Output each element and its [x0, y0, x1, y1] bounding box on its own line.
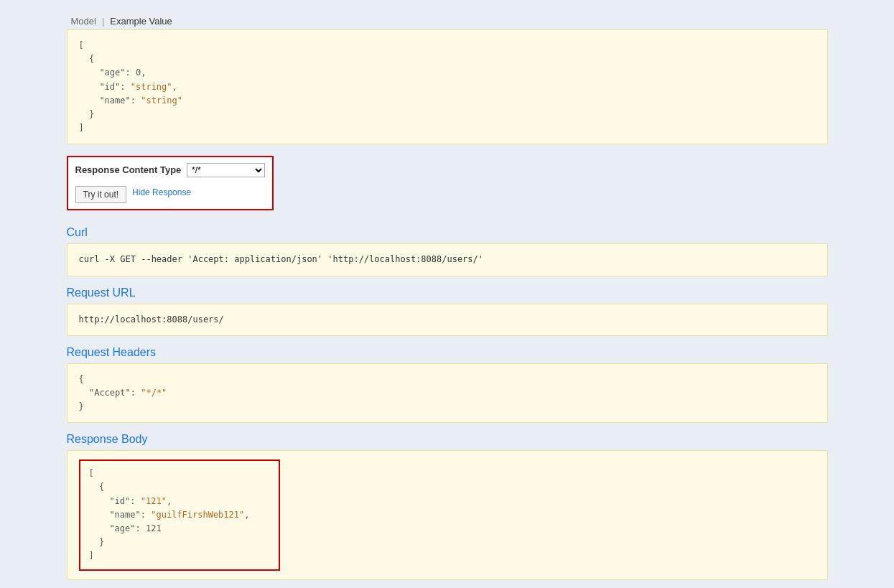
page-container: Model | Example Value [ { "age": 0, "id"…: [52, 0, 842, 588]
response-content-type-label: Response Content Type: [75, 164, 182, 175]
tab-model[interactable]: Model: [67, 14, 101, 28]
response-body-highlighted-block: [ { "id": "121", "name": "guilfFirshWeb1…: [79, 459, 280, 570]
request-headers-heading: Request Headers: [67, 346, 828, 359]
model-tabs: Model | Example Value: [67, 14, 828, 28]
request-url-code: http://localhost:8088/users/: [67, 304, 828, 336]
curl-code: curl -X GET --header 'Accept: applicatio…: [67, 243, 828, 276]
try-it-out-button[interactable]: Try it out!: [75, 186, 127, 203]
tab-example-value[interactable]: Example Value: [106, 14, 176, 28]
request-url-section: Request URL http://localhost:8088/users/: [67, 286, 828, 336]
response-body-section: Response Body [ { "id": "121", "name": "…: [67, 433, 828, 579]
response-body-wrapper: [ { "id": "121", "name": "guilfFirshWeb1…: [67, 450, 828, 579]
curl-section: Curl curl -X GET --header 'Accept: appli…: [67, 226, 828, 276]
request-url-heading: Request URL: [67, 286, 828, 299]
response-content-type-section: Response Content Type */* application/js…: [67, 156, 274, 210]
response-content-type-row: Response Content Type */* application/js…: [75, 163, 265, 177]
request-headers-code: { "Accept": "*/*" }: [67, 363, 828, 424]
content-type-select[interactable]: */* application/json text/plain: [187, 163, 265, 177]
curl-heading: Curl: [67, 226, 828, 239]
response-body-full: [ { "id": "121", "name": "guilfFirshWeb1…: [67, 450, 828, 579]
hide-response-link[interactable]: Hide Response: [132, 187, 191, 197]
response-body-heading: Response Body: [67, 433, 828, 446]
example-value-code: [ { "age": 0, "id": "string", "name": "s…: [67, 29, 828, 144]
try-it-out-row: Try it out! Hide Response: [75, 182, 265, 203]
request-headers-section: Request Headers { "Accept": "*/*" }: [67, 346, 828, 424]
tab-separator: |: [101, 16, 106, 27]
example-value-section: [ { "age": 0, "id": "string", "name": "s…: [67, 29, 828, 144]
